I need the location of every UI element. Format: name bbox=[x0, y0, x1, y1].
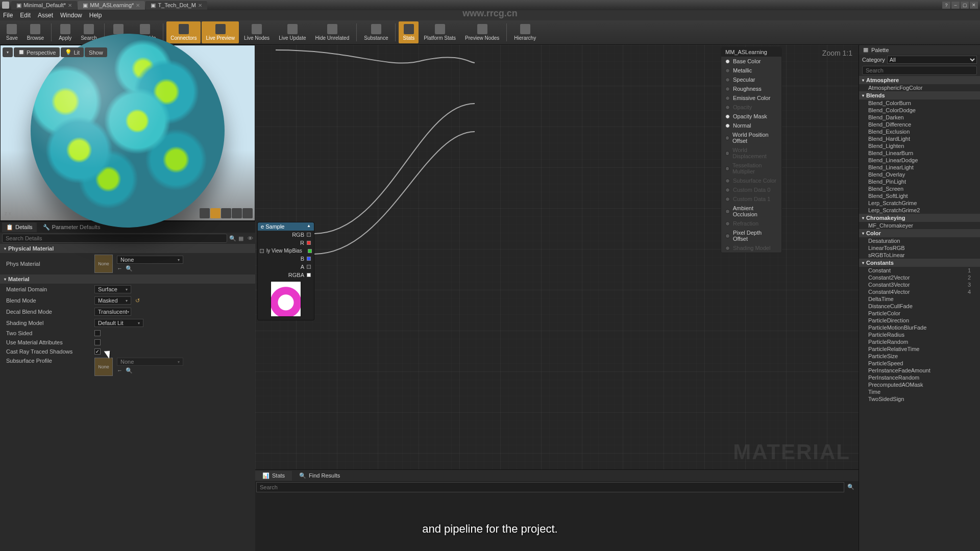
menu-window[interactable]: Window bbox=[60, 12, 82, 19]
material-graph[interactable]: Zoom 1:1 MATERIAL MM_ASLearning Base Col… bbox=[255, 45, 859, 469]
output-pin-world-position-offset[interactable]: World Position Offset bbox=[721, 130, 781, 145]
palette-item[interactable]: Blend_SoftLight bbox=[859, 192, 980, 199]
sample-out-r[interactable]: R bbox=[258, 239, 314, 247]
minimize-icon[interactable]: – bbox=[951, 2, 960, 9]
palette-category-color[interactable]: Color bbox=[859, 229, 980, 237]
palette-item[interactable]: PerInstanceFadeAmount bbox=[859, 367, 980, 374]
stats-search-input[interactable] bbox=[256, 482, 844, 492]
output-pin-ambient-occlusion[interactable]: Ambient Occlusion bbox=[721, 204, 781, 219]
palette-item[interactable]: ParticleRelativeTime bbox=[859, 345, 980, 353]
palette-item[interactable]: PerInstanceRandom bbox=[859, 374, 980, 381]
palette-item[interactable]: MF_Chromakeyer bbox=[859, 222, 980, 229]
palette-item[interactable]: sRGBToLinear bbox=[859, 252, 980, 259]
subsurface-profile-dropdown[interactable]: None▾ bbox=[117, 358, 183, 366]
palette-item[interactable]: Blend_Lighten bbox=[859, 142, 980, 149]
preview-cylinder-icon[interactable] bbox=[200, 208, 210, 218]
preview-cube-icon[interactable] bbox=[232, 208, 242, 218]
palette-item[interactable]: ParticleDirection bbox=[859, 317, 980, 324]
sample-mipbias-socket[interactable] bbox=[260, 249, 264, 253]
palette-item[interactable]: Blend_LinearDodge bbox=[859, 157, 980, 164]
output-pin-emissive-color[interactable]: Emissive Color bbox=[721, 93, 781, 103]
output-pin-pixel-depth-offset[interactable]: Pixel Depth Offset bbox=[721, 228, 781, 243]
palette-item[interactable]: Constant2Vector2 bbox=[859, 274, 980, 281]
palette-item[interactable]: Lerp_ScratchGrime2 bbox=[859, 207, 980, 214]
palette-item[interactable]: Blend_LinearLight bbox=[859, 164, 980, 171]
title-tab[interactable]: ▣MM_ASLearning*✕ bbox=[78, 1, 145, 10]
palette-item[interactable]: DistanceCullFade bbox=[859, 303, 980, 310]
connectors-button[interactable]: Connectors bbox=[166, 21, 201, 43]
search-icon[interactable]: 🔍 bbox=[229, 235, 236, 242]
palette-item[interactable]: TwoSidedSign bbox=[859, 395, 980, 403]
palette-category-atmosphere[interactable]: Atmosphere bbox=[859, 76, 980, 84]
output-pin-shading-model[interactable]: Shading Model bbox=[721, 243, 781, 253]
sample-out-b[interactable]: B bbox=[258, 255, 314, 263]
output-pin-refraction[interactable]: Refraction bbox=[721, 219, 781, 228]
tab-parameter-defaults[interactable]: 🔧 Parameter Defaults bbox=[43, 224, 101, 231]
sample-out-a[interactable]: A bbox=[258, 263, 314, 271]
palette-item[interactable]: Time bbox=[859, 388, 980, 395]
section-material[interactable]: Material bbox=[0, 274, 255, 284]
output-pin-metallic[interactable]: Metallic bbox=[721, 66, 781, 75]
window-help-icon[interactable]: ? bbox=[942, 2, 950, 9]
decal-blend-mode-dropdown[interactable]: Translucent▾ bbox=[94, 308, 131, 316]
texture-sample-node[interactable]: e Sample▲ RGBR ly View MipBias BARGBA bbox=[257, 222, 314, 320]
apply-button[interactable]: Apply bbox=[55, 21, 76, 43]
palette-category-blends[interactable]: Blends bbox=[859, 91, 980, 99]
palette-item[interactable]: ParticleSize bbox=[859, 353, 980, 360]
viewport-show-button[interactable]: Show bbox=[85, 47, 107, 57]
output-pin-tessellation-multiplier[interactable]: Tessellation Multiplier bbox=[721, 161, 781, 176]
phys-material-thumbnail[interactable]: None bbox=[94, 255, 113, 273]
output-pin-custom-data-0[interactable]: Custom Data 0 bbox=[721, 185, 781, 194]
palette-item[interactable]: DeltaTime bbox=[859, 295, 980, 303]
output-pin-opacity-mask[interactable]: Opacity Mask bbox=[721, 112, 781, 121]
palette-item[interactable]: Blend_HardLight bbox=[859, 135, 980, 142]
palette-item[interactable]: AtmosphericFogColor bbox=[859, 84, 980, 91]
material-output-node[interactable]: MM_ASLearning Base ColorMetallicSpecular… bbox=[721, 47, 782, 253]
palette-item[interactable]: Blend_Exclusion bbox=[859, 128, 980, 135]
palette-item[interactable]: Constant3Vector3 bbox=[859, 281, 980, 288]
close-icon[interactable]: ✕ bbox=[970, 2, 978, 9]
palette-item[interactable]: ParticleRadius bbox=[859, 331, 980, 338]
asset-back-icon[interactable]: ← bbox=[117, 265, 122, 272]
stats-button[interactable]: Stats bbox=[399, 21, 419, 43]
palette-item[interactable]: ParticleRandom bbox=[859, 338, 980, 345]
viewport-panel[interactable]: ▾ 🔲 Perspective 💡 Lit Show z x bbox=[0, 45, 255, 221]
details-search-input[interactable] bbox=[2, 234, 227, 243]
output-pin-base-color[interactable]: Base Color bbox=[721, 57, 781, 66]
palette-item[interactable]: Blend_PinLight bbox=[859, 178, 980, 185]
sample-out-rgb[interactable]: RGB bbox=[258, 231, 314, 239]
palette-item[interactable]: Blend_Darken bbox=[859, 114, 980, 121]
asset-browse-icon-2[interactable]: 🔍 bbox=[126, 367, 133, 374]
phys-material-dropdown[interactable]: None▾ bbox=[117, 256, 183, 264]
palette-item[interactable]: Blend_Screen bbox=[859, 185, 980, 192]
output-pin-specular[interactable]: Specular bbox=[721, 75, 781, 84]
tab-details[interactable]: 📋 Details bbox=[2, 222, 37, 232]
output-pin-normal[interactable]: Normal bbox=[721, 121, 781, 130]
viewport-perspective-button[interactable]: 🔲 Perspective bbox=[14, 47, 60, 57]
viewport-lit-button[interactable]: 💡 Lit bbox=[61, 47, 84, 57]
section-physical-material[interactable]: Physical Material bbox=[0, 244, 255, 253]
use-material-attributes-checkbox[interactable] bbox=[94, 339, 101, 345]
shading-model-dropdown[interactable]: Default Lit▾ bbox=[94, 319, 143, 327]
palette-item[interactable]: Constant4Vector4 bbox=[859, 288, 980, 295]
menu-file[interactable]: File bbox=[3, 12, 13, 19]
sample-out-rgba[interactable]: RGBA bbox=[258, 271, 314, 279]
palette-item[interactable]: LinearTosRGB bbox=[859, 244, 980, 252]
palette-item[interactable]: Blend_ColorBurn bbox=[859, 99, 980, 107]
output-pin-subsurface-color[interactable]: Subsurface Color bbox=[721, 176, 781, 185]
hide-unrelated-button[interactable]: Hide Unrelated bbox=[311, 21, 354, 43]
subsurface-profile-thumbnail[interactable]: None bbox=[94, 358, 113, 376]
tab-find-results[interactable]: 🔍 Find Results bbox=[292, 471, 347, 481]
preview-plane-icon[interactable] bbox=[221, 208, 231, 218]
eye-icon[interactable]: 👁 bbox=[248, 235, 253, 241]
palette-item[interactable]: Blend_ColorDodge bbox=[859, 107, 980, 114]
palette-item[interactable]: PrecomputedAOMask bbox=[859, 381, 980, 388]
blend-mode-dropdown[interactable]: Masked▾ bbox=[94, 296, 131, 305]
palette-item[interactable]: Blend_Overlay bbox=[859, 171, 980, 178]
live-nodes-button[interactable]: Live Nodes bbox=[240, 21, 274, 43]
output-pin-roughness[interactable]: Roughness bbox=[721, 84, 781, 93]
node-collapse-icon[interactable]: ▲ bbox=[307, 223, 311, 230]
palette-item[interactable]: Blend_LinearBurn bbox=[859, 149, 980, 157]
palette-category-chromakeying[interactable]: Chromakeying bbox=[859, 214, 980, 222]
palette-item[interactable]: Lerp_ScratchGrime bbox=[859, 199, 980, 207]
